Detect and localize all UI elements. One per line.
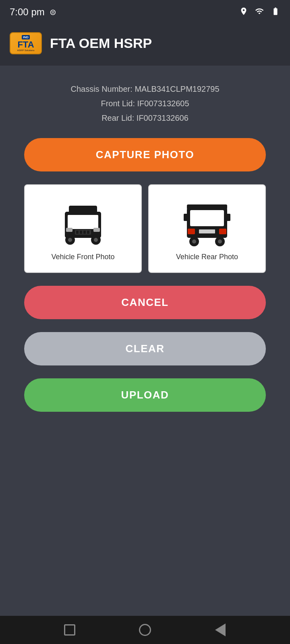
svg-rect-18 — [188, 229, 195, 234]
photo-grid: Vehicle Front Photo — [24, 184, 266, 273]
svg-rect-20 — [199, 229, 215, 233]
svg-rect-14 — [66, 228, 72, 232]
app-title: FTA OEM HSRP — [50, 35, 152, 51]
svg-rect-15 — [93, 228, 100, 232]
svg-rect-13 — [87, 231, 89, 234]
front-photo-label: Vehicle Front Photo — [51, 253, 114, 261]
header: IND FTA HSRP Solutions FTA OEM HSRP — [0, 24, 290, 66]
home-icon — [139, 624, 151, 636]
logo-subtext: HSRP Solutions — [17, 49, 35, 52]
shield-icon: ⊜ — [50, 7, 56, 17]
app-logo: IND FTA HSRP Solutions — [10, 32, 42, 54]
rear-photo-label: Vehicle Rear Photo — [176, 253, 238, 261]
status-time: 7:00 pm — [10, 6, 45, 18]
nav-back-button[interactable] — [213, 623, 228, 637]
nav-home-button[interactable] — [138, 623, 152, 637]
svg-point-23 — [192, 239, 196, 244]
rear-photo-box: Vehicle Rear Photo — [148, 184, 266, 273]
status-left: 7:00 pm ⊜ — [10, 6, 56, 18]
recents-icon — [64, 624, 75, 636]
rear-lid: Rear Lid: IF0073132606 — [24, 111, 266, 125]
vehicle-front-icon — [59, 200, 107, 248]
svg-rect-25 — [187, 204, 227, 209]
svg-rect-3 — [84, 215, 98, 229]
vehicle-info: Chassis Number: MALB341CLPM192795 Front … — [24, 82, 266, 125]
main-content: Chassis Number: MALB341CLPM192795 Front … — [0, 66, 290, 616]
svg-rect-4 — [69, 206, 97, 214]
front-lid: Front Lid: IF0073132605 — [24, 96, 266, 111]
status-right — [239, 7, 280, 17]
front-photo-box: Vehicle Front Photo — [24, 184, 142, 273]
cancel-button[interactable]: CANCEL — [24, 286, 266, 319]
svg-point-24 — [218, 239, 222, 244]
svg-rect-12 — [83, 231, 86, 234]
logo-ind-text: IND — [22, 35, 30, 39]
svg-rect-11 — [80, 231, 82, 234]
back-icon — [215, 623, 226, 636]
status-bar: 7:00 pm ⊜ — [0, 0, 290, 24]
location-icon — [239, 7, 248, 17]
battery-icon — [271, 7, 280, 17]
wifi-icon — [255, 7, 264, 17]
svg-rect-26 — [184, 214, 188, 221]
upload-button[interactable]: UPLOAD — [24, 378, 266, 412]
svg-rect-2 — [68, 215, 82, 229]
bottom-navigation — [0, 616, 290, 644]
nav-recents-button[interactable] — [62, 623, 77, 637]
logo-text: FTA — [17, 40, 34, 49]
vehicle-rear-icon — [183, 200, 231, 248]
svg-point-7 — [68, 238, 72, 242]
svg-rect-17 — [190, 210, 224, 226]
svg-rect-10 — [76, 231, 79, 234]
capture-photo-button[interactable]: CAPTURE PHOTO — [24, 138, 266, 171]
clear-button[interactable]: CLEAR — [24, 332, 266, 365]
svg-rect-27 — [226, 214, 230, 221]
chassis-number: Chassis Number: MALB341CLPM192795 — [24, 82, 266, 96]
svg-rect-19 — [219, 229, 226, 234]
svg-point-8 — [94, 238, 98, 242]
